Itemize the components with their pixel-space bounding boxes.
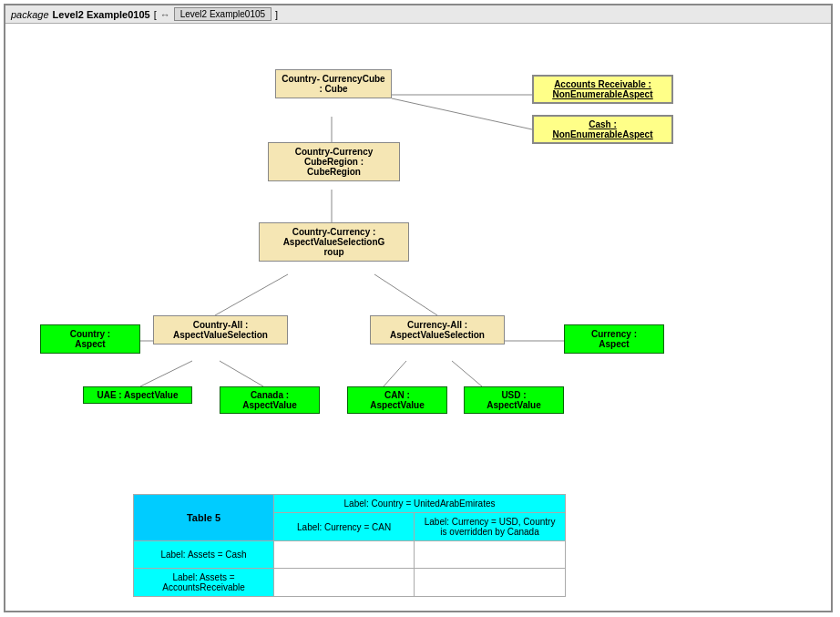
node-canada: Canada :AspectValue xyxy=(220,386,320,414)
node-uae: UAE : AspectValue xyxy=(83,386,192,404)
arrow-icon: ↔ xyxy=(160,9,170,20)
node-can: CAN :AspectValue xyxy=(347,386,447,414)
svg-line-6 xyxy=(140,361,192,386)
node-cube-region: Country-CurrencyCubeRegion :CubeRegion xyxy=(268,142,400,181)
row1-col1 xyxy=(274,541,415,569)
svg-line-8 xyxy=(384,361,406,386)
node-cube: Country- CurrencyCube : Cube xyxy=(275,69,392,98)
node-aspect-value-selection-group: Country-Currency :AspectValueSelectionGr… xyxy=(259,222,409,262)
col2-header: Label: Currency = USD, Country is overri… xyxy=(415,513,566,541)
svg-line-7 xyxy=(220,361,263,386)
node-country-all: Country-All :AspectValueSelection xyxy=(153,315,288,344)
data-table: Table 5 Label: Country = UnitedArabEmira… xyxy=(133,494,566,597)
svg-line-11 xyxy=(392,98,532,129)
svg-line-9 xyxy=(452,361,482,386)
col1-header: Label: Currency = CAN xyxy=(274,513,415,541)
row1-label: Label: Assets = Cash xyxy=(134,541,274,569)
node-accounts-receivable: Accounts Receivable :NonEnumerableAspect xyxy=(532,75,673,104)
svg-line-2 xyxy=(215,274,288,315)
node-usd: USD :AspectValue xyxy=(464,386,564,414)
node-currency-aspect: Currency :Aspect xyxy=(564,324,664,354)
row2-col1 xyxy=(274,569,415,597)
title-bar: package Level2 Example0105 [ ↔ Level2 Ex… xyxy=(5,5,831,24)
node-country-aspect: Country :Aspect xyxy=(40,324,140,354)
package-name: Level2 Example0105 xyxy=(53,9,150,20)
node-cash: Cash :NonEnumerableAspect xyxy=(532,115,673,144)
keyword: package xyxy=(11,9,49,20)
row2-col2 xyxy=(415,569,566,597)
tab-button[interactable]: Level2 Example0105 xyxy=(174,7,271,21)
row1-col2 xyxy=(415,541,566,569)
svg-line-3 xyxy=(374,274,437,315)
connections-svg xyxy=(5,24,831,438)
row2-label: Label: Assets =AccountsReceivable xyxy=(134,569,274,597)
node-currency-all: Currency-All :AspectValueSelection xyxy=(370,315,505,344)
table-header: Label: Country = UnitedArabEmirates xyxy=(274,495,566,513)
table-section: Table 5 Label: Country = UnitedArabEmira… xyxy=(133,494,566,597)
diagram-area: Country- CurrencyCube : Cube Accounts Re… xyxy=(5,24,831,438)
main-container: package Level2 Example0105 [ ↔ Level2 Ex… xyxy=(4,4,833,612)
table-title: Table 5 xyxy=(134,495,274,541)
